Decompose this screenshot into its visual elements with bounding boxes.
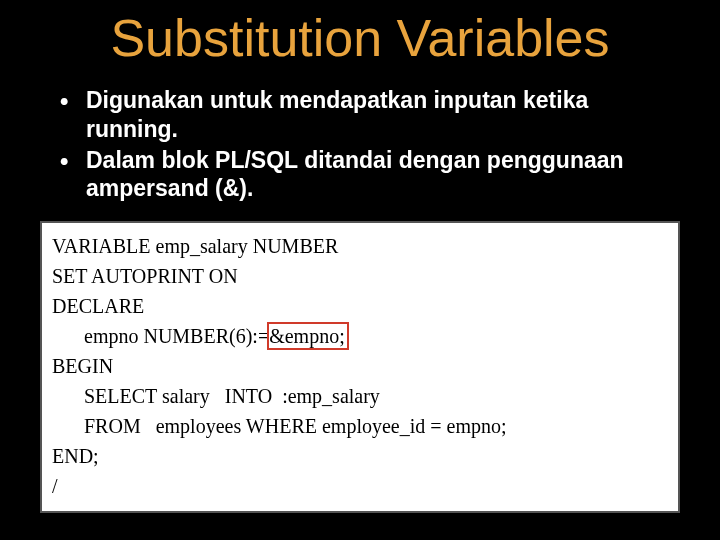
slide: Substitution Variables Digunakan untuk m… (0, 0, 720, 540)
bullet-item: Dalam blok PL/SQL ditandai dengan penggu… (60, 146, 680, 204)
bullet-item: Digunakan untuk mendapatkan inputan keti… (60, 86, 680, 144)
bullet-list: Digunakan untuk mendapatkan inputan keti… (60, 86, 680, 203)
highlight-box: &empno; (267, 322, 349, 350)
code-line: SELECT salary INTO :emp_salary (52, 381, 668, 411)
code-line: SET AUTOPRINT ON (52, 261, 668, 291)
code-line: END; (52, 441, 668, 471)
code-text: empno NUMBER(6):= (84, 325, 269, 347)
code-line: / (52, 471, 668, 501)
slide-title: Substitution Variables (40, 8, 680, 68)
code-block: VARIABLE emp_salary NUMBER SET AUTOPRINT… (40, 221, 680, 513)
code-line: BEGIN (52, 351, 668, 381)
code-line: FROM employees WHERE employee_id = empno… (52, 411, 668, 441)
code-line: empno NUMBER(6):=&empno; (52, 321, 668, 351)
code-line: VARIABLE emp_salary NUMBER (52, 231, 668, 261)
code-line: DECLARE (52, 291, 668, 321)
